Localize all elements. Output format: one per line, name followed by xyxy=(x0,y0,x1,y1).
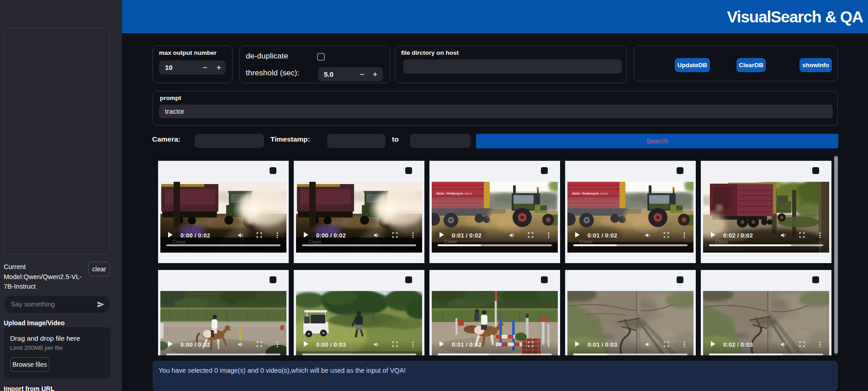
svg-text:Gebr. Verkooyen: Gebr. Verkooyen xyxy=(436,191,464,196)
svg-text:MAXX: MAXX xyxy=(465,192,472,195)
svg-text:Gebr. Verkooyen: Gebr. Verkooyen xyxy=(572,191,599,196)
svg-text:MAXX: MAXX xyxy=(600,192,608,195)
